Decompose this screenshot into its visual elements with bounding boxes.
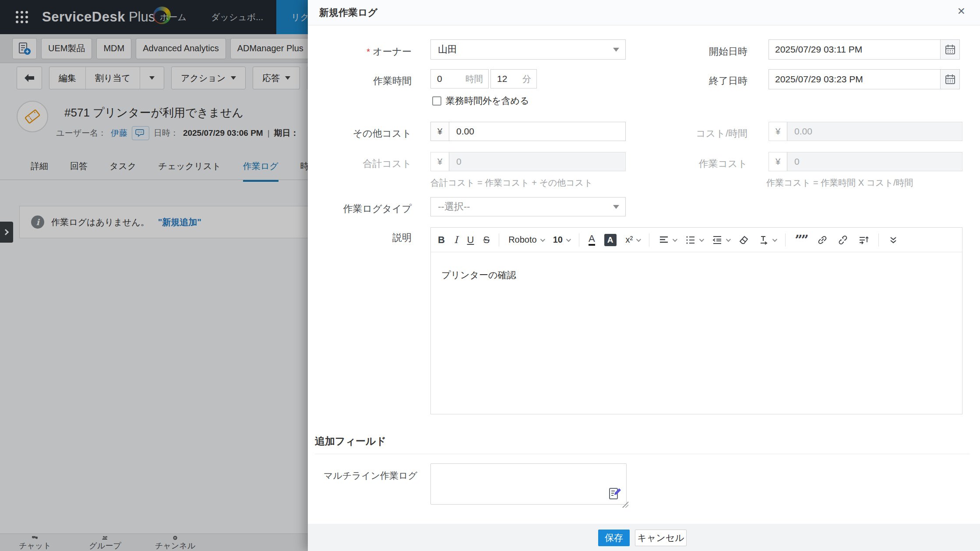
bold-button[interactable]: B xyxy=(438,234,445,246)
blockquote-button[interactable]: ”” xyxy=(795,236,807,244)
cost-per-hour-input: 0.00 xyxy=(787,122,962,141)
description-editor: B I U S Roboto 10 A A x² xyxy=(430,227,962,414)
end-calendar-button[interactable] xyxy=(941,69,960,89)
description-label: 説明 xyxy=(308,231,412,244)
owner-label: *オーナー xyxy=(308,45,412,58)
overtime-checkbox-row: 業務時間外を含める xyxy=(432,95,529,107)
hours-unit: 時間 xyxy=(465,73,483,85)
cancel-button[interactable]: キャンセル xyxy=(635,530,687,546)
strikethrough-button[interactable]: S xyxy=(483,234,490,246)
new-worklog-modal: 新規作業ログ × *オーナー 山田 開始日時 2025/07/29 03:11 … xyxy=(308,0,980,551)
underline-button[interactable]: U xyxy=(467,234,474,246)
unlink-button[interactable] xyxy=(837,234,849,246)
modal-backdrop xyxy=(0,0,309,551)
align-icon xyxy=(659,235,669,245)
multiline-worklog-label: マルチライン作業ログ xyxy=(324,470,417,482)
close-icon[interactable]: × xyxy=(957,4,965,18)
note-edit-icon[interactable] xyxy=(609,487,622,501)
total-cost-input: 0 xyxy=(449,152,625,171)
modal-title: 新規作業ログ xyxy=(319,6,377,19)
minutes-input[interactable]: 12 分 xyxy=(490,69,537,88)
font-family-select[interactable]: Roboto xyxy=(508,235,544,245)
chevron-down-icon xyxy=(673,237,677,241)
superscript-value: x² xyxy=(626,235,633,245)
calendar-icon xyxy=(945,74,956,85)
cost-per-hour-label: コスト/時間 xyxy=(644,127,747,140)
end-date-group: 2025/07/29 03:23 PM xyxy=(768,69,960,89)
start-calendar-button[interactable] xyxy=(941,39,960,60)
hours-value: 0 xyxy=(437,74,442,84)
eraser-icon xyxy=(739,235,749,245)
indent-button[interactable] xyxy=(712,235,730,245)
modal-header: 新規作業ログ × xyxy=(308,0,980,25)
end-date-input[interactable]: 2025/07/29 03:23 PM xyxy=(768,69,941,89)
tech-cost-input: 0 xyxy=(787,152,962,171)
line-height-icon xyxy=(858,234,869,246)
toolbar-separator xyxy=(499,233,499,247)
start-date-group: 2025/07/29 03:11 PM xyxy=(768,39,960,60)
font-size-value: 10 xyxy=(553,235,563,245)
align-button[interactable] xyxy=(659,235,676,245)
text-direction-icon xyxy=(758,235,769,245)
total-cost-label: 合計コスト xyxy=(308,157,412,170)
unlink-icon xyxy=(837,234,849,246)
chevron-down-icon xyxy=(699,237,704,241)
other-cost-label: その他コスト xyxy=(308,127,412,140)
toolbar-separator xyxy=(878,233,879,247)
tech-cost-label: 作業コスト xyxy=(644,157,747,170)
worklog-type-select[interactable]: --選択-- xyxy=(430,197,626,216)
chevron-double-down-icon xyxy=(888,235,899,245)
font-color-button[interactable]: A xyxy=(589,234,595,246)
more-tools-button[interactable] xyxy=(888,235,899,245)
overtime-label: 業務時間外を含める xyxy=(446,95,529,107)
currency-symbol: ¥ xyxy=(431,122,449,141)
section-divider xyxy=(315,454,969,454)
cost-per-hour-field: ¥ 0.00 xyxy=(768,122,962,141)
font-family-value: Roboto xyxy=(508,235,537,245)
description-content[interactable]: プリンターの確認 xyxy=(431,252,962,298)
italic-button[interactable]: I xyxy=(454,234,458,245)
line-height-button[interactable] xyxy=(858,234,869,246)
toolbar-separator xyxy=(785,233,786,247)
resize-handle[interactable] xyxy=(622,502,628,508)
modal-footer: 保存 キャンセル xyxy=(308,524,980,551)
bullet-list-button[interactable] xyxy=(685,235,703,245)
other-cost-input[interactable]: 0.00 xyxy=(449,122,625,141)
font-size-select[interactable]: 10 xyxy=(553,235,570,245)
save-button[interactable]: 保存 xyxy=(598,530,630,546)
hours-input[interactable]: 0 時間 xyxy=(430,69,489,88)
chevron-down-icon xyxy=(613,205,619,209)
chevron-down-icon xyxy=(613,48,619,52)
total-cost-hint: 合計コスト = 作業コスト + その他コスト xyxy=(430,177,593,189)
start-date-label: 開始日時 xyxy=(644,45,747,58)
text-direction-button[interactable] xyxy=(758,235,776,245)
currency-symbol: ¥ xyxy=(769,122,787,141)
tech-cost-field: ¥ 0 xyxy=(768,152,962,171)
toolbar-separator xyxy=(579,233,579,247)
owner-select[interactable]: 山田 xyxy=(430,39,626,60)
superscript-button[interactable]: x² xyxy=(626,235,640,245)
link-icon xyxy=(817,234,828,246)
calendar-icon xyxy=(945,44,956,55)
highlight-color-button[interactable]: A xyxy=(604,234,617,246)
worklog-type-value: --選択-- xyxy=(438,200,470,213)
total-cost-field: ¥ 0 xyxy=(430,152,626,171)
tech-cost-hint: 作業コスト = 作業時間 X コスト/時間 xyxy=(766,177,913,189)
multiline-worklog-textarea[interactable] xyxy=(430,463,627,505)
worklog-type-label: 作業ログタイプ xyxy=(308,202,412,215)
indent-icon xyxy=(712,235,723,245)
minutes-unit: 分 xyxy=(522,73,531,85)
overtime-checkbox[interactable] xyxy=(432,96,441,106)
time-taken-label: 作業時間 xyxy=(308,74,412,88)
bullet-list-icon xyxy=(685,235,696,245)
toolbar-separator xyxy=(649,233,649,247)
link-button[interactable] xyxy=(817,234,828,246)
screen: ServiceDesk Plus ホーム ダッシュボ... リクエスト UEM製… xyxy=(0,0,980,551)
start-date-input[interactable]: 2025/07/29 03:11 PM xyxy=(768,39,941,60)
clear-format-button[interactable] xyxy=(739,235,749,245)
owner-value: 山田 xyxy=(438,43,457,56)
other-cost-field: ¥ 0.00 xyxy=(430,122,626,141)
chevron-down-icon xyxy=(540,237,545,241)
editor-toolbar: B I U S Roboto 10 A A x² xyxy=(431,228,962,252)
end-date-label: 終了日時 xyxy=(644,74,747,88)
